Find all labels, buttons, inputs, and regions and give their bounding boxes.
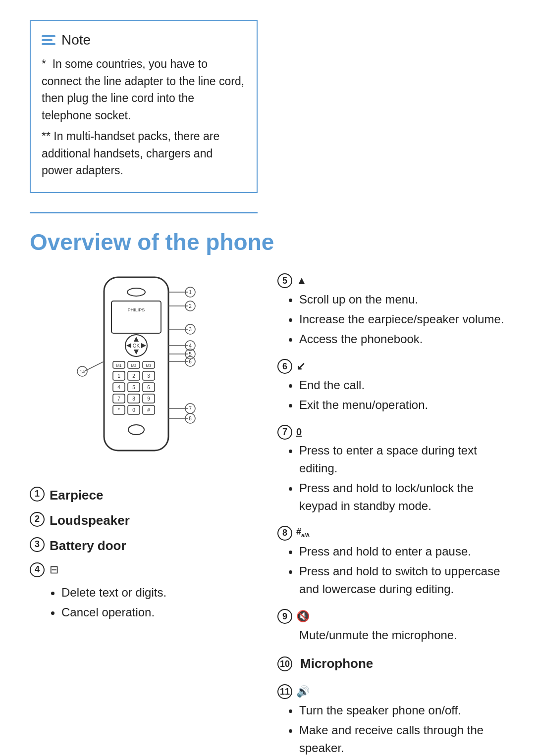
right-symbol-7: 0 — [296, 424, 302, 439]
item-4-bullets: Delete text or digits. Cancel operation. — [52, 584, 258, 621]
phone-diagram: PHILIPS OK M1 M2 M3 — [69, 272, 218, 471]
left-items-list: 1 Earpiece 2 Loudspeaker 3 Battery door … — [30, 486, 258, 578]
list-item-1: 1 Earpiece — [30, 486, 258, 505]
r8-b1: Press and hold to enter a pause. — [299, 543, 505, 560]
svg-text:6: 6 — [189, 359, 192, 364]
note-header: Note — [42, 30, 246, 50]
svg-text:7: 7 — [117, 396, 120, 402]
right-symbol-11: 🔊 — [296, 683, 310, 700]
overview-title: Overview of the phone — [30, 225, 505, 259]
svg-text:3: 3 — [189, 327, 192, 332]
svg-text:M2: M2 — [131, 363, 137, 368]
r5-b1: Scroll up on the menu. — [299, 291, 505, 308]
svg-text:8: 8 — [132, 396, 135, 402]
right-item-11-header: 11 🔊 — [277, 683, 505, 700]
item-num-2: 2 — [30, 512, 45, 527]
r8-b2: Press and hold to switch to uppercase an… — [299, 562, 505, 598]
right-item-8-header: 8 #a/A — [277, 525, 505, 541]
item-4-bullet-2: Cancel operation. — [61, 604, 258, 621]
r7-b2: Press and hold to lock/unlock the keypad… — [299, 479, 505, 515]
svg-marker-7 — [134, 350, 139, 354]
item-4-bullet-1: Delete text or digits. — [61, 584, 258, 602]
right-column: 5 ▲ Scroll up on the menu. Increase the … — [277, 272, 505, 756]
svg-marker-9 — [141, 343, 146, 348]
right-item-10-header: 10 Microphone — [277, 654, 505, 673]
list-item-4: 4 ⊟ — [30, 561, 258, 578]
item-label-1: Earpiece — [50, 486, 103, 505]
svg-text:3: 3 — [147, 373, 150, 379]
r5-b2: Increase the earpiece/speaker volume. — [299, 310, 505, 328]
note-item-2: ** In multi-handset packs, there are add… — [42, 128, 246, 179]
right-symbol-5: ▲ — [296, 272, 307, 289]
right-item-8-bullets: Press and hold to enter a pause. Press a… — [299, 543, 505, 598]
right-label-10: Microphone — [300, 654, 373, 673]
right-item-7-header: 7 0 — [277, 424, 505, 440]
note-icon — [42, 35, 55, 45]
right-num-8: 8 — [277, 526, 292, 541]
right-item-10: 10 Microphone — [277, 654, 505, 673]
right-item-5-bullets: Scroll up on the menu. Increase the earp… — [299, 291, 505, 348]
item-num-4: 4 — [30, 562, 45, 577]
svg-text:#: # — [147, 407, 150, 413]
svg-text:5: 5 — [132, 385, 135, 390]
right-item-11-bullets: Turn the speaker phone on/off. Make and … — [299, 702, 505, 756]
note-box: Note * In some countries, you have to co… — [30, 20, 258, 193]
svg-text:14: 14 — [80, 369, 85, 374]
right-item-6-header: 6 ↙ — [277, 358, 505, 374]
svg-point-1 — [127, 288, 145, 296]
item-num-1: 1 — [30, 487, 45, 502]
left-column: PHILIPS OK M1 M2 M3 — [30, 272, 258, 627]
right-item-9-text: Mute/unmute the microphone. — [299, 626, 505, 644]
right-num-7: 7 — [277, 425, 292, 440]
r11-b2: Make and receive calls through the speak… — [299, 721, 505, 756]
right-item-5-header: 5 ▲ — [277, 272, 505, 289]
right-item-9-header: 9 🔇 — [277, 608, 505, 624]
svg-text:M3: M3 — [146, 363, 152, 368]
main-layout: PHILIPS OK M1 M2 M3 — [30, 272, 505, 756]
list-item-3: 3 Battery door — [30, 536, 258, 555]
right-item-6-bullets: End the call. Exit the menu/operation. — [299, 376, 505, 414]
svg-rect-2 — [111, 301, 161, 333]
list-item-2: 2 Loudspeaker — [30, 511, 258, 530]
item-num-3: 3 — [30, 537, 45, 552]
right-item-9: 9 🔇 Mute/unmute the microphone. — [277, 608, 505, 644]
right-item-6: 6 ↙ End the call. Exit the menu/operatio… — [277, 358, 505, 414]
right-symbol-9: 🔇 — [296, 608, 310, 624]
right-num-10: 10 — [277, 656, 292, 671]
svg-text:6: 6 — [147, 385, 150, 390]
item-label-3: Battery door — [50, 536, 126, 555]
svg-text:M1: M1 — [116, 363, 122, 368]
svg-point-40 — [128, 425, 144, 435]
svg-text:8: 8 — [189, 416, 192, 421]
r5-b3: Access the phonebook. — [299, 330, 505, 348]
section-divider — [30, 212, 258, 213]
note-body: * In some countries, you have to connect… — [42, 55, 246, 179]
svg-marker-6 — [134, 337, 139, 342]
note-item-1: * In some countries, you have to connect… — [42, 55, 246, 124]
svg-text:4: 4 — [189, 343, 192, 349]
right-item-7-bullets: Press to enter a space during text editi… — [299, 442, 505, 515]
svg-text:1: 1 — [189, 290, 192, 295]
phone-svg: PHILIPS OK M1 M2 M3 — [69, 272, 218, 465]
right-num-9: 9 — [277, 609, 292, 624]
r7-b1: Press to enter a space during text editi… — [299, 442, 505, 477]
right-item-5: 5 ▲ Scroll up on the menu. Increase the … — [277, 272, 505, 348]
svg-marker-8 — [126, 343, 131, 348]
svg-text:0: 0 — [132, 407, 135, 413]
r6-b1: End the call. — [299, 376, 505, 394]
svg-text:PHILIPS: PHILIPS — [128, 307, 145, 312]
svg-text:1: 1 — [117, 373, 120, 379]
svg-text:9: 9 — [147, 396, 150, 402]
svg-text:7: 7 — [189, 406, 192, 411]
svg-text:2: 2 — [189, 303, 192, 309]
right-num-5: 5 — [277, 273, 292, 288]
r6-b2: Exit the menu/operation. — [299, 396, 505, 414]
right-symbol-8: #a/A — [296, 525, 310, 539]
right-item-11: 11 🔊 Turn the speaker phone on/off. Make… — [277, 683, 505, 756]
right-item-7: 7 0 Press to enter a space during text e… — [277, 424, 505, 515]
right-symbol-6: ↙ — [296, 358, 305, 374]
item-label-2: Loudspeaker — [50, 511, 130, 530]
svg-text:*: * — [118, 407, 120, 413]
r11-b1: Turn the speaker phone on/off. — [299, 702, 505, 719]
svg-text:2: 2 — [132, 373, 135, 379]
